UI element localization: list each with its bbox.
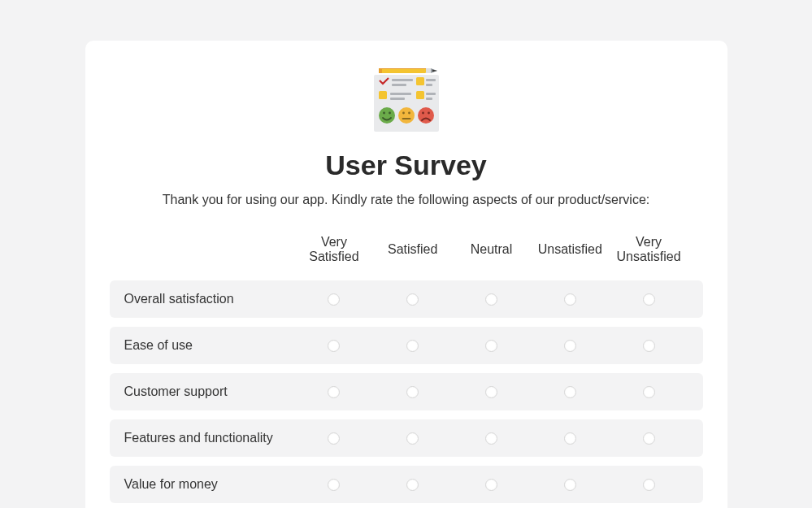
svg-rect-5 xyxy=(379,68,426,69)
svg-rect-8 xyxy=(392,84,406,86)
radio-option[interactable] xyxy=(643,432,655,445)
scale-col-very-unsatisfied: Very Unsatisfied xyxy=(610,235,688,264)
svg-point-25 xyxy=(418,107,434,124)
question-row: Overall satisfaction xyxy=(110,280,703,318)
scale-col-neutral: Neutral xyxy=(452,242,531,257)
svg-point-18 xyxy=(379,107,395,124)
question-row: Customer support xyxy=(110,373,703,410)
survey-header: User Survey Thank you for using our app.… xyxy=(110,65,703,207)
svg-point-20 xyxy=(389,112,391,115)
scale-col-very-satisfied: Very Satisfied xyxy=(295,235,374,264)
radio-option[interactable] xyxy=(406,432,419,445)
radio-option[interactable] xyxy=(564,340,576,352)
radio-option[interactable] xyxy=(564,293,576,306)
scale-col-satisfied: Satisfied xyxy=(373,242,452,257)
svg-rect-7 xyxy=(392,79,413,81)
svg-point-21 xyxy=(398,107,415,124)
svg-rect-16 xyxy=(426,93,436,95)
radio-option[interactable] xyxy=(328,432,340,445)
question-row: Ease of use xyxy=(110,327,703,364)
scale-col-unsatisfied: Unsatisfied xyxy=(531,242,610,257)
scale-header-row: Very Satisfied Satisfied Neutral Unsatis… xyxy=(110,227,703,272)
radio-option[interactable] xyxy=(643,293,655,306)
radio-option[interactable] xyxy=(564,432,576,445)
radio-option[interactable] xyxy=(406,340,419,352)
radio-option[interactable] xyxy=(485,340,497,352)
survey-clipboard-icon xyxy=(369,65,444,135)
question-row: Features and functionality xyxy=(110,419,703,457)
radio-option[interactable] xyxy=(643,479,655,491)
svg-rect-12 xyxy=(379,91,387,99)
svg-rect-13 xyxy=(390,93,411,95)
radio-option[interactable] xyxy=(328,340,340,352)
radio-option[interactable] xyxy=(485,432,497,445)
question-row: Value for money xyxy=(110,466,703,503)
radio-option[interactable] xyxy=(564,386,576,398)
question-label: Overall satisfaction xyxy=(124,292,295,306)
question-label: Value for money xyxy=(124,477,295,492)
svg-point-23 xyxy=(408,112,410,115)
radio-option[interactable] xyxy=(564,479,576,491)
svg-rect-15 xyxy=(416,91,424,99)
svg-rect-2 xyxy=(426,68,431,73)
question-label: Ease of use xyxy=(124,338,295,353)
radio-option[interactable] xyxy=(328,479,340,491)
survey-subtitle: Thank you for using our app. Kindly rate… xyxy=(110,193,703,207)
svg-point-27 xyxy=(428,112,430,115)
svg-point-19 xyxy=(383,112,385,115)
radio-option[interactable] xyxy=(328,293,340,306)
svg-rect-17 xyxy=(426,98,432,100)
svg-point-26 xyxy=(422,112,424,115)
radio-option[interactable] xyxy=(328,386,340,398)
survey-title: User Survey xyxy=(110,150,703,181)
radio-option[interactable] xyxy=(485,479,497,491)
radio-option[interactable] xyxy=(406,479,419,491)
svg-rect-14 xyxy=(390,98,405,100)
survey-card: User Survey Thank you for using our app.… xyxy=(85,41,727,508)
question-label: Features and functionality xyxy=(124,431,295,445)
radio-option[interactable] xyxy=(643,340,655,352)
radio-option[interactable] xyxy=(406,293,419,306)
question-label: Customer support xyxy=(124,384,295,399)
radio-option[interactable] xyxy=(485,386,497,398)
svg-rect-10 xyxy=(426,79,436,81)
radio-option[interactable] xyxy=(485,293,497,306)
radio-option[interactable] xyxy=(643,386,655,398)
svg-point-22 xyxy=(402,112,405,115)
svg-rect-9 xyxy=(416,77,424,85)
svg-rect-11 xyxy=(426,84,432,86)
radio-option[interactable] xyxy=(406,386,419,398)
